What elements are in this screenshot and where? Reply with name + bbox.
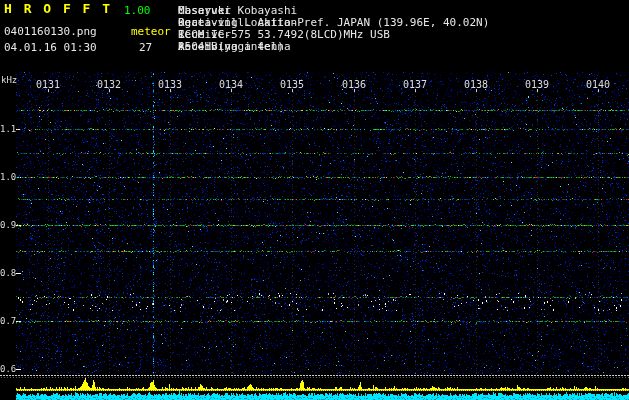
time-tick-label: 0133 — [158, 79, 182, 90]
time-tick-label: 0137 — [403, 79, 427, 90]
hrofft-output-image: H R O F F T 1.00 0401160130.png meteor 0… — [0, 0, 629, 400]
freq-tick-label: 1.0 — [0, 172, 15, 182]
freq-tick-label: 0.9 — [0, 220, 15, 230]
time-tick-label: 0134 — [219, 79, 243, 90]
time-tick-label: 0132 — [97, 79, 121, 90]
time-tick-label: 0135 — [280, 79, 304, 90]
info-value: A504HB(yagi 4el) — [178, 41, 284, 53]
output-filename: 0401160130.png — [4, 25, 97, 38]
freq-tick-label: 0.8 — [0, 268, 15, 278]
app-version: 1.00 — [124, 4, 151, 17]
freq-axis-unit-label: kHz — [1, 75, 17, 85]
time-tick-label: 0131 — [36, 79, 60, 90]
freq-tick-label: 1.1 — [0, 124, 15, 134]
time-tick-label: 0140 — [586, 79, 610, 90]
freq-tick-label: 0.6 — [0, 364, 15, 374]
app-title: H R O F F T — [4, 1, 112, 16]
observation-datetime: 04.01.16 01:30 — [4, 41, 97, 54]
time-tick-label: 0138 — [464, 79, 488, 90]
observation-mode: meteor — [131, 25, 171, 38]
time-tick-label: 0139 — [525, 79, 549, 90]
freq-tick-label: 0.7 — [0, 316, 15, 326]
spectrogram-canvas — [0, 0, 629, 400]
echo-count: 27 — [139, 41, 152, 54]
time-tick-label: 0136 — [342, 79, 366, 90]
